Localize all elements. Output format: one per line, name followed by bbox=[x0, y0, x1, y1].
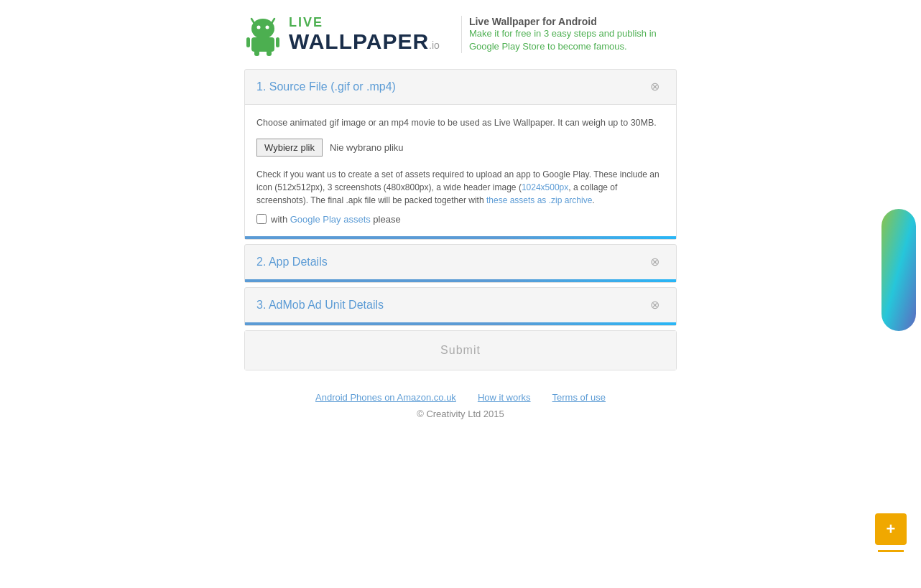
section-1-progress-bar bbox=[245, 236, 676, 239]
footer-links: Android Phones on Amazon.co.uk How it wo… bbox=[244, 392, 677, 403]
svg-rect-9 bbox=[267, 50, 272, 56]
chat-button[interactable]: + bbox=[875, 513, 907, 545]
svg-point-2 bbox=[251, 19, 274, 39]
svg-rect-18 bbox=[881, 209, 916, 331]
source-file-description: Choose animated gif image or an mp4 movi… bbox=[256, 116, 665, 130]
section-app-details-title: 2. App Details bbox=[256, 256, 328, 269]
logo-icon bbox=[244, 13, 282, 56]
tagline-title: Live Wallpaper for Android bbox=[469, 16, 685, 27]
terms-link[interactable]: Terms of use bbox=[552, 392, 606, 403]
submit-button[interactable]: Submit bbox=[245, 331, 676, 370]
file-input-row: Wybierz plik Nie wybrano pliku bbox=[256, 139, 665, 157]
how-it-works-link[interactable]: How it works bbox=[478, 392, 531, 403]
section-source-file: 1. Source File (.gif or .mp4) ⊗ Choose a… bbox=[244, 69, 677, 240]
section-2-progress-bar bbox=[245, 279, 676, 282]
section-admob: 3. AdMob Ad Unit Details ⊗ bbox=[244, 287, 677, 326]
page-header: LIVE WALLPAPER.io Live Wallpaper for And… bbox=[0, 0, 921, 69]
chat-button-underline bbox=[878, 550, 904, 552]
android-illustration bbox=[864, 11, 921, 586]
chat-icon: + bbox=[887, 520, 896, 538]
section-admob-title: 3. AdMob Ad Unit Details bbox=[256, 299, 384, 312]
amazon-link[interactable]: Android Phones on Amazon.co.uk bbox=[315, 392, 456, 403]
google-play-assets-row: with Google Play assets please bbox=[256, 214, 665, 225]
footer-copyright: © Creativity Ltd 2015 bbox=[244, 409, 677, 419]
svg-point-3 bbox=[257, 26, 261, 29]
file-name-display: Nie wybrano pliku bbox=[330, 142, 404, 153]
google-play-description: Check if you want us to create a set of … bbox=[256, 168, 665, 207]
header-tagline: Live Wallpaper for Android Make it for f… bbox=[461, 16, 685, 53]
section-3-progress-bar bbox=[245, 322, 676, 325]
svg-rect-6 bbox=[246, 37, 250, 47]
submit-panel: Submit bbox=[244, 330, 677, 370]
footer: Android Phones on Amazon.co.uk How it wo… bbox=[244, 385, 677, 434]
section-admob-header[interactable]: 3. AdMob Ad Unit Details ⊗ bbox=[245, 288, 676, 322]
svg-rect-5 bbox=[251, 37, 274, 52]
logo-text: LIVE WALLPAPER.io bbox=[289, 16, 440, 54]
svg-rect-7 bbox=[276, 37, 279, 47]
logo: LIVE WALLPAPER.io bbox=[244, 13, 440, 56]
main-content: 1. Source File (.gif or .mp4) ⊗ Choose a… bbox=[0, 69, 921, 434]
logo-wallpaper-text: WALLPAPER.io bbox=[289, 29, 440, 53]
tagline-subtitle: Make it for free in 3 easy steps and pub… bbox=[469, 27, 685, 53]
section-source-file-header[interactable]: 1. Source File (.gif or .mp4) ⊗ bbox=[245, 70, 676, 104]
file-chooser-button[interactable]: Wybierz plik bbox=[256, 139, 323, 157]
section-app-details-close-icon[interactable]: ⊗ bbox=[650, 255, 665, 269]
section-app-details: 2. App Details ⊗ bbox=[244, 244, 677, 283]
logo-live-text: LIVE bbox=[289, 16, 440, 30]
section-source-file-body: Choose animated gif image or an mp4 movi… bbox=[245, 104, 676, 236]
svg-point-4 bbox=[266, 26, 269, 29]
section-source-file-close-icon[interactable]: ⊗ bbox=[650, 80, 665, 94]
google-play-assets-label[interactable]: with Google Play assets please bbox=[271, 214, 401, 225]
section-app-details-header[interactable]: 2. App Details ⊗ bbox=[245, 245, 676, 279]
section-admob-close-icon[interactable]: ⊗ bbox=[650, 298, 665, 312]
section-source-file-title: 1. Source File (.gif or .mp4) bbox=[256, 80, 396, 93]
svg-rect-8 bbox=[254, 50, 259, 56]
google-play-assets-checkbox[interactable] bbox=[256, 214, 267, 224]
